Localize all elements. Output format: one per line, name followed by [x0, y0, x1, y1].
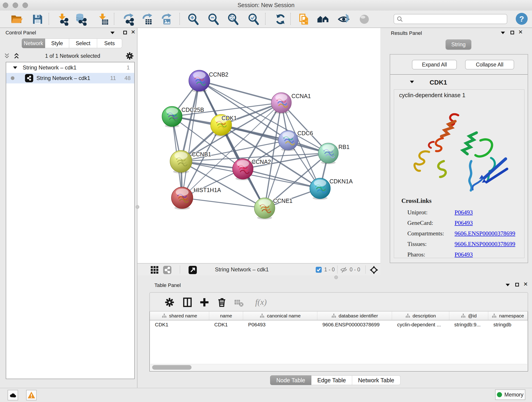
tab-node-table[interactable]: Node Table [270, 375, 311, 385]
horizontal-splitter-handle[interactable] [334, 275, 338, 279]
network-node-CCNA2[interactable]: CCNA2 [233, 159, 271, 180]
import-network-from-file-button[interactable] [56, 12, 70, 27]
search-field[interactable] [394, 14, 507, 24]
gene-section-header[interactable]: CDK1 [390, 77, 528, 88]
clear-table-icon [234, 298, 244, 308]
panel-menu-icon[interactable] [110, 32, 114, 34]
table-cell[interactable]: 9606.ENSP00000378699 [317, 322, 392, 328]
clone-network-button[interactable] [297, 12, 311, 27]
network-node-RB1[interactable]: RB1 [318, 143, 350, 164]
export-network-button[interactable] [121, 12, 136, 27]
network-canvas[interactable]: CCNB2CCNA1CDC25BCDK1CDC6RB1CCNB1CCNA2CDK… [138, 28, 380, 263]
table-cell[interactable]: CDK1 [150, 322, 209, 328]
network-edge-CCNB2-CCNA1[interactable] [199, 81, 281, 103]
zoom-in-button[interactable] [186, 12, 201, 27]
column-header-canonical-name[interactable]: canonical name [243, 312, 317, 320]
tab-edge-table[interactable]: Edge Table [311, 375, 352, 385]
table-cell[interactable]: cyclin-dependent ... [392, 322, 449, 328]
crosslink-link[interactable]: P06493 [455, 209, 473, 216]
cloud-status-button[interactable] [7, 390, 18, 400]
warnings-button[interactable] [26, 390, 37, 400]
column-header-name[interactable]: name [209, 312, 243, 320]
save-session-button[interactable] [30, 12, 45, 27]
tab-select[interactable]: Select [69, 38, 97, 48]
hide-selected-button[interactable] [336, 12, 351, 27]
expand-all-button[interactable]: Expand All [412, 60, 457, 70]
zoom-selected-button[interactable] [246, 12, 261, 27]
show-all-button[interactable] [357, 12, 372, 27]
crosslink-link[interactable]: P06493 [455, 220, 473, 226]
column-header-description[interactable]: description [392, 312, 449, 320]
refresh-view-button[interactable] [273, 12, 288, 27]
create-column-plus-icon[interactable] [199, 297, 210, 308]
network-node-CDKN1A[interactable]: CDKN1A [310, 178, 353, 200]
selected-checkbox-icon[interactable] [316, 267, 322, 273]
network-tree-item[interactable]: String Network – cdk1 1 [6, 62, 134, 73]
tab-network-table[interactable]: Network Table [352, 375, 400, 385]
detach-view-icon[interactable] [188, 266, 197, 274]
network-node-CCNB2[interactable]: CCNB2 [189, 70, 228, 92]
export-image-button[interactable] [159, 12, 174, 27]
network-share-icon[interactable] [163, 266, 172, 274]
tab-sets[interactable]: Sets [97, 38, 122, 48]
table-cell[interactable]: stringdb:9... [449, 322, 488, 328]
collapse-tree-icon[interactable] [13, 66, 17, 69]
expand-all-icon[interactable] [13, 52, 20, 60]
collapse-all-button[interactable]: Collapse All [465, 60, 514, 70]
export-table-button[interactable] [140, 12, 154, 27]
column-header--id[interactable]: @id [449, 312, 488, 320]
crosslink-label: Uniprot: [401, 209, 455, 216]
import-network-from-file-icon [56, 13, 69, 26]
network-edge-HIST1H1A-CCNE1[interactable] [182, 198, 265, 208]
crosslink-link[interactable]: P06493 [455, 251, 473, 258]
results-float-icon[interactable] [510, 31, 514, 34]
results-close-icon[interactable]: ✕ [518, 30, 523, 34]
table-float-icon[interactable] [515, 283, 519, 287]
table-menu-icon[interactable] [506, 284, 510, 286]
network-node-CCNE1[interactable]: CCNE1 [254, 198, 293, 220]
open-session-button[interactable] [9, 12, 24, 27]
table-cell[interactable]: P06493 [243, 322, 317, 328]
import-table-from-file-button[interactable] [96, 12, 110, 27]
memory-button[interactable]: Memory [495, 389, 525, 400]
tab-network[interactable]: Network [22, 38, 45, 48]
table-cell[interactable]: CDK1 [209, 322, 243, 328]
tab-string[interactable]: String [446, 39, 471, 50]
birds-eye-view-icon[interactable] [370, 266, 378, 274]
network-tree-item[interactable]: String Network – cdk1 11 48 [6, 73, 134, 83]
network-node-HIST1H1A[interactable]: HIST1H1A [171, 187, 221, 210]
delete-column-trash-icon[interactable] [216, 297, 227, 308]
first-neighbors-button[interactable] [316, 12, 330, 27]
table-settings-gear-icon[interactable] [164, 297, 175, 308]
import-network-from-database-button[interactable] [74, 12, 89, 27]
import-network-from-database-icon [75, 13, 88, 26]
tab-style[interactable]: Style [45, 38, 69, 48]
crosslink-label: Tissues: [401, 241, 455, 248]
zoom-out-button[interactable] [206, 12, 221, 27]
left-splitter-handle[interactable] [136, 205, 139, 209]
grid-view-icon[interactable] [150, 266, 159, 274]
collapse-all-icon[interactable] [3, 52, 11, 60]
network-edge-CCNA2-CDKN1A[interactable] [243, 169, 320, 188]
crosslink-link[interactable]: 9606.ENSP00000378699 [455, 230, 515, 237]
zoom-fit-content-button[interactable] [226, 12, 241, 27]
network-edge-CCNB2-HIST1H1A[interactable] [182, 81, 199, 198]
help-button[interactable]: ? [516, 13, 528, 25]
column-header-database-identifier[interactable]: database identifier [317, 312, 392, 320]
table-cell[interactable]: stringdb [488, 322, 528, 328]
panel-close-icon[interactable]: ✕ [131, 30, 135, 34]
network-node-CCNA1[interactable]: CCNA1 [271, 93, 311, 114]
panel-float-icon[interactable] [123, 31, 127, 34]
column-header-shared-name[interactable]: shared name [150, 312, 209, 320]
scrollbar-thumb[interactable] [152, 365, 191, 370]
network-options-gear-icon[interactable] [125, 51, 134, 61]
table-horizontal-scrollbar[interactable] [150, 364, 527, 370]
crosslink-link[interactable]: 9606.ENSP00000378699 [455, 241, 515, 248]
show-columns-icon[interactable] [182, 297, 193, 308]
column-header-namespace[interactable]: namespace [488, 312, 528, 320]
crosslinks-title: CrossLinks [401, 197, 515, 204]
search-input[interactable] [403, 15, 507, 23]
results-menu-icon[interactable] [501, 32, 505, 34]
table-close-icon[interactable]: ✕ [523, 282, 528, 286]
table-row[interactable]: CDK1CDK1P064939606.ENSP00000378699cyclin… [150, 320, 528, 329]
